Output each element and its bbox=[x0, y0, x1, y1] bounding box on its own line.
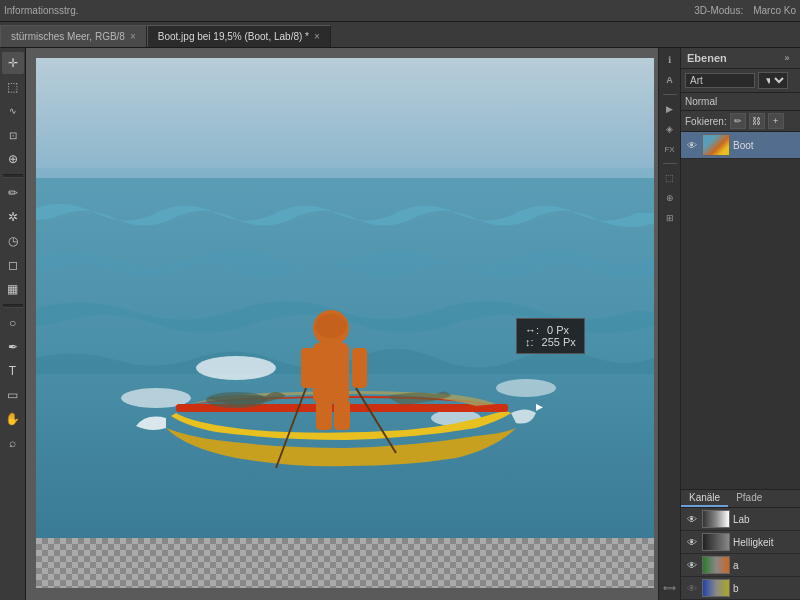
tool-shape[interactable]: ▭ bbox=[2, 384, 24, 406]
channel-a[interactable]: 👁 a bbox=[681, 554, 800, 577]
channel-lab[interactable]: 👁 Lab bbox=[681, 508, 800, 531]
tab-paths[interactable]: Pfade bbox=[728, 490, 770, 507]
right-icon-fx[interactable]: FX bbox=[662, 141, 678, 157]
svg-rect-0 bbox=[36, 58, 654, 178]
right-icon-play[interactable]: ▶ bbox=[662, 101, 678, 117]
left-tools-panel: ✛ ⬚ ∿ ⊡ ⊕ ✏ ✲ ◷ ◻ ▦ ○ ✒ T ▭ ✋ ⌕ bbox=[0, 48, 26, 600]
channel-b-thumb bbox=[702, 579, 730, 597]
channels-tabs: Kanäle Pfade bbox=[681, 490, 800, 508]
tool-type[interactable]: T bbox=[2, 360, 24, 382]
right-icon-grid[interactable]: ◈ bbox=[662, 121, 678, 137]
3d-mode: 3D-Modus: bbox=[694, 5, 743, 16]
focussieren-label: Fokieren: bbox=[685, 116, 727, 127]
tool-gradient[interactable]: ▦ bbox=[2, 278, 24, 300]
channel-lab-visibility[interactable]: 👁 bbox=[685, 512, 699, 526]
right-icon-add[interactable]: ⊕ bbox=[662, 190, 678, 206]
tool-history[interactable]: ◷ bbox=[2, 230, 24, 252]
svg-rect-13 bbox=[334, 400, 350, 430]
tool-zoom[interactable]: ⌕ bbox=[2, 432, 24, 454]
layers-title: Ebenen bbox=[687, 52, 727, 64]
channel-b[interactable]: 👁 b bbox=[681, 577, 800, 600]
channel-a-visibility[interactable]: 👁 bbox=[685, 558, 699, 572]
tool-dodge[interactable]: ○ bbox=[2, 312, 24, 334]
right-icon-arrows[interactable]: ⟺ bbox=[662, 580, 678, 596]
tool-pen[interactable]: ✒ bbox=[2, 336, 24, 358]
info-text: Informationsstrg. bbox=[4, 5, 78, 16]
channels-section: Kanäle Pfade 👁 Lab 👁 Helligkeit 👁 bbox=[681, 489, 800, 600]
layer-search-row: ▼ bbox=[681, 69, 800, 93]
channel-b-name: b bbox=[733, 583, 739, 594]
tab-bar: stürmisches Meer, RGB/8 × Boot.jpg bei 1… bbox=[0, 22, 800, 48]
panel-collapse-btn[interactable]: » bbox=[780, 51, 794, 65]
tab-0[interactable]: stürmisches Meer, RGB/8 × bbox=[0, 25, 147, 47]
tab-channels[interactable]: Kanäle bbox=[681, 490, 728, 507]
tool-brush[interactable]: ✏ bbox=[2, 182, 24, 204]
layer-item-boot[interactable]: 👁 Boot bbox=[681, 132, 800, 159]
channel-hell-visibility[interactable]: 👁 bbox=[685, 535, 699, 549]
channel-a-thumb bbox=[702, 556, 730, 574]
tab-0-close[interactable]: × bbox=[130, 31, 136, 42]
svg-rect-9 bbox=[313, 343, 349, 403]
channel-hell-thumb bbox=[702, 533, 730, 551]
blend-mode-value[interactable]: Normal bbox=[685, 96, 717, 107]
canvas-area[interactable]: ↔: 0 Px ↕: 255 Px ▸ bbox=[26, 48, 658, 600]
svg-rect-10 bbox=[301, 348, 316, 388]
layer-filter-select[interactable]: ▼ bbox=[758, 72, 788, 89]
layer-thumbnail bbox=[702, 134, 730, 156]
tool-clone[interactable]: ✲ bbox=[2, 206, 24, 228]
layer-name: Boot bbox=[733, 140, 754, 151]
tab-1[interactable]: Boot.jpg bei 19,5% (Boot, Lab/8) * × bbox=[147, 25, 331, 47]
channel-hell-name: Helligkeit bbox=[733, 537, 774, 548]
svg-rect-12 bbox=[316, 400, 332, 430]
main-content: ✛ ⬚ ∿ ⊡ ⊕ ✏ ✲ ◷ ◻ ▦ ○ ✒ T ▭ ✋ ⌕ bbox=[0, 48, 800, 600]
user-name: Marco Ko bbox=[753, 5, 796, 16]
boat-scene-svg bbox=[36, 58, 654, 538]
layer-thumb-image bbox=[703, 135, 729, 155]
svg-point-14 bbox=[315, 314, 347, 338]
tab-1-label: Boot.jpg bei 19,5% (Boot, Lab/8) * bbox=[158, 31, 309, 42]
channel-b-visibility: 👁 bbox=[685, 581, 699, 595]
right-icon-layers2[interactable]: ⬚ bbox=[662, 170, 678, 186]
tool-crop[interactable]: ⊡ bbox=[2, 124, 24, 146]
focussieren-btn3[interactable]: + bbox=[768, 113, 784, 129]
svg-point-15 bbox=[206, 392, 266, 408]
image-container: ↔: 0 Px ↕: 255 Px ▸ bbox=[36, 58, 654, 538]
focussieren-row: Fokieren: ✏ ⛓ + bbox=[681, 111, 800, 132]
channel-lab-thumb bbox=[702, 510, 730, 528]
layers-panel-header: Ebenen » bbox=[681, 48, 800, 69]
channel-hell[interactable]: 👁 Helligkeit bbox=[681, 531, 800, 554]
svg-point-3 bbox=[196, 356, 276, 380]
tab-1-close[interactable]: × bbox=[314, 31, 320, 42]
channel-lab-name: Lab bbox=[733, 514, 750, 525]
blend-mode-row: Normal bbox=[681, 93, 800, 111]
layer-filter-input[interactable] bbox=[685, 73, 755, 88]
top-toolbar: Informationsstrg. 3D-Modus: Marco Ko bbox=[0, 0, 800, 22]
focussieren-btn2[interactable]: ⛓ bbox=[749, 113, 765, 129]
tool-move[interactable]: ✛ bbox=[2, 52, 24, 74]
svg-rect-11 bbox=[352, 348, 367, 388]
focussieren-btn1[interactable]: ✏ bbox=[730, 113, 746, 129]
tool-hand[interactable]: ✋ bbox=[2, 408, 24, 430]
layer-visibility-toggle[interactable]: 👁 bbox=[685, 138, 699, 152]
right-side-toolbar: ℹ A ▶ ◈ FX ⬚ ⊕ ⊞ ⟺ bbox=[658, 48, 680, 600]
tool-heal[interactable]: ⊕ bbox=[2, 148, 24, 170]
tool-lasso[interactable]: ∿ bbox=[2, 100, 24, 122]
tool-eraser[interactable]: ◻ bbox=[2, 254, 24, 276]
right-icon-info[interactable]: ℹ bbox=[662, 52, 678, 68]
channel-a-name: a bbox=[733, 560, 739, 571]
tool-select[interactable]: ⬚ bbox=[2, 76, 24, 98]
right-icon-char[interactable]: A bbox=[662, 72, 678, 88]
layers-panel: Ebenen » ▼ Normal Fokieren: ✏ ⛓ + 👁 bbox=[680, 48, 800, 600]
right-icon-grid2[interactable]: ⊞ bbox=[662, 210, 678, 226]
tab-0-label: stürmisches Meer, RGB/8 bbox=[11, 31, 125, 42]
svg-point-5 bbox=[496, 379, 556, 397]
canvas-wrapper: ↔: 0 Px ↕: 255 Px ▸ bbox=[36, 58, 658, 600]
